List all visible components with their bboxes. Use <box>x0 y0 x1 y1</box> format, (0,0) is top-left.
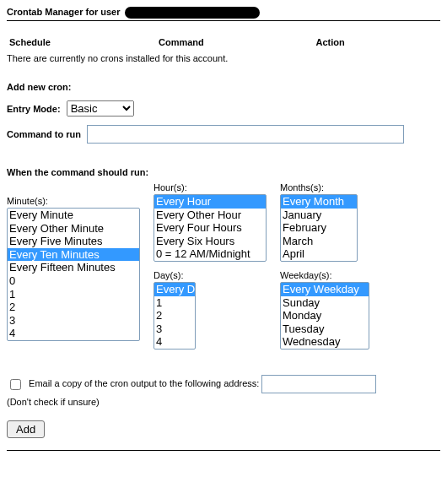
entry-mode-row: Entry Mode: Basic <box>7 100 440 117</box>
page-title: Crontab Manager for user <box>7 7 440 19</box>
list-item[interactable]: Every Other Minute <box>8 222 139 236</box>
entry-mode-label: Entry Mode: <box>7 104 61 114</box>
title-text: Crontab Manager for user <box>7 7 120 17</box>
list-item[interactable]: Wednesday <box>281 335 369 349</box>
col-action: Action <box>315 36 439 48</box>
list-item[interactable]: Every Weekday <box>281 283 369 296</box>
no-crons-message: There are currently no crons installed f… <box>7 53 440 63</box>
email-checkbox[interactable] <box>10 379 21 390</box>
minutes-label: Minute(s): <box>7 196 140 206</box>
list-item[interactable]: February <box>281 221 357 235</box>
list-item[interactable]: March <box>281 235 357 248</box>
list-item[interactable]: Every Day <box>154 283 195 296</box>
weekdays-select[interactable]: Every WeekdaySundayMondayTuesdayWednesda… <box>280 282 369 350</box>
command-row: Command to run <box>7 125 440 144</box>
divider-top <box>7 20 440 21</box>
run-header: When the command should run: <box>7 167 440 177</box>
list-item[interactable]: 2 <box>8 301 139 314</box>
list-item[interactable]: 4 <box>154 335 195 349</box>
minutes-select[interactable]: Every MinuteEvery Other MinuteEvery Five… <box>7 208 140 341</box>
command-label: Command to run <box>7 129 81 139</box>
list-item[interactable]: April <box>281 247 357 261</box>
list-item[interactable]: Every Five Minutes <box>8 235 139 248</box>
list-item[interactable]: 1 <box>154 296 195 310</box>
list-item[interactable]: Every Six Hours <box>154 235 266 248</box>
list-item[interactable]: 2 <box>154 309 195 322</box>
email-note: (Don't check if unsure) <box>7 397 440 407</box>
list-item[interactable]: January <box>281 209 357 222</box>
days-select[interactable]: Every Day1234 <box>153 282 196 350</box>
list-item[interactable]: 1 <box>8 288 139 301</box>
list-item[interactable]: Every Hour <box>154 195 266 209</box>
add-cron-header: Add new cron: <box>7 82 440 92</box>
hours-label: Hour(s): <box>153 182 267 192</box>
list-item[interactable]: Every Other Hour <box>154 209 266 222</box>
months-label: Months(s): <box>280 182 369 192</box>
months-select[interactable]: Every MonthJanuaryFebruaryMarchApril <box>280 194 358 262</box>
col-command: Command <box>158 36 314 48</box>
list-item[interactable]: Every Four Hours <box>154 221 266 235</box>
command-input[interactable] <box>87 125 404 144</box>
list-item[interactable]: Every Fifteen Minutes <box>8 261 139 274</box>
list-item[interactable]: Every Minute <box>8 209 139 222</box>
list-item[interactable]: Sunday <box>281 296 369 310</box>
email-row: Email a copy of the cron output to the f… <box>7 375 440 393</box>
days-label: Day(s): <box>153 270 267 280</box>
email-label: Email a copy of the cron output to the f… <box>29 378 259 388</box>
list-item[interactable]: 4 <box>8 327 139 340</box>
email-input[interactable] <box>261 375 376 393</box>
entry-mode-select[interactable]: Basic <box>67 100 134 117</box>
list-item[interactable]: 3 <box>154 322 195 336</box>
list-item[interactable]: 0 <box>8 274 139 288</box>
divider-bottom <box>7 450 440 451</box>
cron-table: Schedule Command Action <box>7 35 440 50</box>
list-item[interactable]: 0 = 12 AM/Midnight <box>154 247 266 261</box>
add-button[interactable]: Add <box>7 420 45 438</box>
list-item[interactable]: Tuesday <box>281 322 369 336</box>
list-item[interactable]: Every Month <box>281 195 357 209</box>
list-item[interactable]: Monday <box>281 309 369 322</box>
schedule-columns: Minute(s): Every MinuteEvery Other Minut… <box>7 182 440 350</box>
username-redacted <box>125 7 260 19</box>
list-item[interactable]: Every Ten Minutes <box>8 248 139 262</box>
weekdays-label: Weekday(s): <box>280 270 369 280</box>
list-item[interactable]: 3 <box>8 314 139 328</box>
col-schedule: Schedule <box>8 36 156 48</box>
hours-select[interactable]: Every HourEvery Other HourEvery Four Hou… <box>153 194 267 262</box>
